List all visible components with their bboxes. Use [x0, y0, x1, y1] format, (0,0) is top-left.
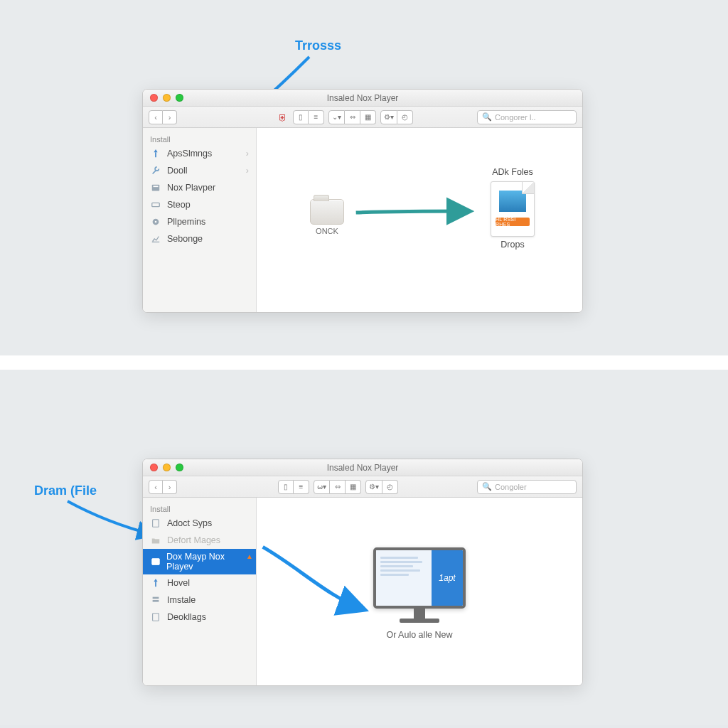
arrange-button[interactable]: ⌄▾	[328, 110, 345, 124]
sidebar-item-appsettings[interactable]: ApsSlmngs ›	[143, 145, 256, 162]
svg-rect-3	[152, 203, 160, 206]
grid-button[interactable]: ▦	[360, 110, 376, 124]
view-list-button[interactable]: ≡	[309, 110, 324, 124]
sidebar-item-label: Pllpemins	[167, 217, 205, 227]
arrange-button[interactable]: ⍵▾	[314, 480, 330, 494]
sidebar-item-tool[interactable]: Dooll ›	[143, 162, 256, 179]
tutorial-step-1: Trrosss Insaled Nox Player ‹ › ⛨	[0, 0, 728, 355]
folder-icon	[310, 199, 344, 225]
window-title: Insaled Nox Player	[143, 93, 582, 103]
titlebar[interactable]: Insaled Nox Player	[143, 459, 582, 476]
grid-button[interactable]: ▦	[346, 480, 361, 494]
app-icon	[150, 556, 161, 567]
doc-icon	[150, 611, 161, 623]
drive-icon	[150, 199, 161, 210]
shield-icon: ⛨	[278, 112, 287, 123]
sidebar-item-label: Nox Plavper	[167, 183, 215, 193]
flame-icon: ▲	[246, 552, 253, 560]
svg-rect-7	[151, 559, 159, 565]
tutorial-step-2: Dram (File Insaled Nox Player ‹ › ▯	[0, 370, 728, 725]
svg-rect-10	[153, 600, 159, 602]
window-title: Insaled Nox Player	[143, 463, 582, 473]
content-area[interactable]: 1apt Or Aulo alle New	[257, 498, 582, 685]
sidebar-item-label: Dooll	[167, 166, 188, 176]
nav-buttons: ‹ ›	[149, 480, 177, 494]
wrench-icon	[150, 165, 161, 176]
finder-window-1: Insaled Nox Player ‹ › ⛨ ▯ ≡ ⌄▾ ⇔ ▦ ⚙▾ ◴	[142, 89, 583, 313]
app-icon	[150, 182, 161, 193]
search-input[interactable]: 🔍 Congorer l..	[477, 110, 577, 124]
search-icon: 🔍	[482, 112, 492, 122]
sidebar-item-dockllags[interactable]: Deokllags	[143, 609, 256, 626]
search-icon: 🔍	[482, 482, 492, 491]
chevron-right-icon: ›	[246, 166, 249, 176]
forward-button[interactable]: ›	[163, 110, 177, 124]
svg-rect-0	[155, 152, 156, 157]
search-input[interactable]: 🔍 Congoler	[477, 480, 577, 494]
sidebar-item-noxplayer-selected[interactable]: Dox Mayp Nox Playev ▲	[143, 549, 256, 574]
view-list-button[interactable]: ≡	[294, 480, 309, 494]
pin-icon	[150, 577, 161, 589]
monitor-screen-icon: 1apt	[373, 547, 466, 609]
sidebar-item-storage[interactable]: Sebonge	[143, 230, 256, 247]
sidebar-item-label: Imstale	[167, 595, 196, 605]
link-button[interactable]: ⇔	[330, 480, 346, 494]
finder-window-2: Insaled Nox Player ‹ › ▯ ≡ ⍵▾ ⇔ ▦ ⚙▾ ◴	[142, 459, 583, 686]
svg-rect-11	[153, 614, 159, 621]
search-placeholder: Congorer l..	[495, 113, 535, 122]
sidebar-section-header: Install	[143, 502, 256, 515]
forward-button[interactable]: ›	[163, 480, 177, 494]
svg-point-5	[155, 221, 157, 223]
disc-icon	[150, 216, 161, 228]
sidebar-item-label: Steop	[167, 200, 191, 210]
file-caption-top: ADk Foles	[470, 167, 555, 177]
screen-script-text: 1apt	[439, 573, 455, 583]
callout-label-bottom: Dram (File	[34, 483, 97, 498]
svg-rect-1	[152, 185, 160, 191]
sidebar-item-defortmages[interactable]: Defort Mages	[143, 532, 256, 549]
app-monitor-illustration: 1apt Or Aulo alle New	[373, 547, 466, 640]
panel-separator	[0, 355, 728, 370]
file-badge: HL RSSI RHES	[496, 218, 530, 226]
svg-rect-8	[155, 582, 156, 587]
sidebar-item-adoctsyps[interactable]: Adoct Syps	[143, 515, 256, 532]
view-icon-button[interactable]: ▯	[293, 110, 309, 124]
file-icon: HL RSSI RHES	[491, 181, 535, 237]
apple-icon	[311, 200, 343, 224]
nav-buttons: ‹ ›	[149, 110, 177, 124]
clock-button[interactable]: ◴	[397, 110, 413, 124]
sidebar-item-label: Adoct Syps	[167, 518, 212, 528]
sidebar-item-hovel[interactable]: Hovel	[143, 574, 256, 592]
link-button[interactable]: ⇔	[345, 110, 360, 124]
titlebar[interactable]: Insaled Nox Player	[143, 90, 582, 107]
sidebar-item-label: Deokllags	[167, 612, 206, 622]
sidebar-item-setup[interactable]: Steop	[143, 196, 256, 213]
sidebar-item-label: Dox Mayp Nox Playev	[166, 552, 249, 572]
sidebar-item-plugins[interactable]: Pllpemins	[143, 213, 256, 230]
source-folder[interactable]: ONCK	[306, 199, 348, 235]
back-button[interactable]: ‹	[149, 480, 163, 494]
sidebar-section-header: Install	[143, 132, 256, 145]
toolbar: ‹ › ▯ ≡ ⍵▾ ⇔ ▦ ⚙▾ ◴ 🔍 Congoler	[143, 476, 582, 498]
action-button[interactable]: ⚙▾	[365, 480, 382, 494]
svg-rect-2	[154, 186, 159, 187]
back-button[interactable]: ‹	[149, 110, 163, 124]
action-button[interactable]: ⚙▾	[380, 110, 397, 124]
sidebar-item-label: ApsSlmngs	[167, 149, 212, 159]
clock-button[interactable]: ◴	[382, 480, 398, 494]
sidebar-item-noxplayer[interactable]: Nox Plavper	[143, 179, 256, 196]
toolbar: ‹ › ⛨ ▯ ≡ ⌄▾ ⇔ ▦ ⚙▾ ◴ 🔍 Congorer l..	[143, 107, 582, 128]
image-thumb-icon	[498, 189, 528, 213]
folder-icon	[150, 535, 161, 546]
sidebar-item-label: Sebonge	[167, 234, 203, 244]
file-label: Drops	[500, 240, 524, 250]
search-placeholder: Congoler	[495, 483, 527, 491]
svg-rect-6	[153, 520, 159, 528]
view-icon-button[interactable]: ▯	[278, 480, 294, 494]
content-area[interactable]: ONCK ADk Foles HL RSSI RHES	[257, 128, 582, 312]
chevron-right-icon: ›	[246, 149, 249, 159]
sidebar-item-label: Defort Mages	[167, 535, 220, 545]
sidebar-item-imstale[interactable]: Imstale	[143, 592, 256, 609]
target-file[interactable]: ADk Foles HL RSSI RHES Drops	[484, 181, 541, 250]
svg-rect-9	[153, 597, 159, 599]
